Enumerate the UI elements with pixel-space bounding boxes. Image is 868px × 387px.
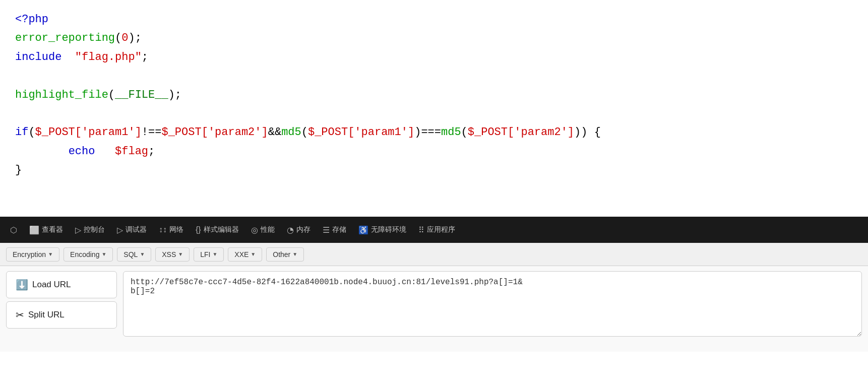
devtools-accessibility-label: 无障碍环境 (371, 225, 406, 234)
bottom-panel: ⬇️ Load URL ✂ Split URL (0, 266, 868, 352)
other-label: Other (273, 250, 290, 259)
devtools-memory[interactable]: ◔ 内存 (282, 222, 316, 238)
encryption-arrow: ▼ (48, 251, 53, 257)
sql-arrow: ▼ (140, 251, 145, 257)
url-textarea-container (123, 271, 862, 347)
xxe-arrow: ▼ (251, 251, 256, 257)
xss-arrow: ▼ (178, 251, 183, 257)
action-buttons: ⬇️ Load URL ✂ Split URL (6, 271, 117, 347)
devtools-inspector[interactable]: ⬜ 查看器 (24, 222, 68, 238)
cursor-icon: ⬡ (10, 225, 17, 235)
encryption-button[interactable]: Encryption ▼ (6, 247, 59, 262)
xxe-label: XXE (234, 250, 249, 259)
lfi-label: LFI (200, 250, 210, 259)
split-url-icon: ✂ (16, 309, 24, 321)
sql-label: SQL (123, 250, 138, 259)
devtools-cursor[interactable]: ⬡ (5, 222, 22, 238)
devtools-style-editor[interactable]: {} 样式编辑器 (191, 222, 244, 237)
storage-icon: ☰ (323, 225, 330, 235)
split-url-button[interactable]: ✂ Split URL (6, 301, 117, 329)
devtools-applications-label: 应用程序 (427, 225, 455, 234)
memory-icon: ◔ (287, 225, 294, 235)
devtools-console-label: 控制台 (84, 225, 105, 234)
code-display: <?php error_reporting(0); include "flag.… (0, 0, 868, 217)
devtools-storage[interactable]: ☰ 存储 (318, 222, 351, 238)
applications-icon: ⠿ (418, 225, 424, 235)
devtools-accessibility[interactable]: ♿ 无障碍环境 (353, 222, 411, 238)
console-icon: ▷ (75, 225, 81, 235)
code-line-2: error_reporting(0); (15, 29, 853, 47)
code-line-7: if($_POST['param1']!==$_POST['param2']&&… (15, 123, 853, 142)
code-line-1: <?php (15, 10, 853, 29)
devtools-network-label: 网络 (169, 225, 183, 234)
devtools-debugger[interactable]: ▷ 调试器 (112, 222, 152, 238)
sql-button[interactable]: SQL ▼ (117, 247, 151, 262)
inspector-icon: ⬜ (29, 225, 39, 235)
devtools-storage-label: 存储 (332, 225, 346, 234)
toolbar: Encryption ▼ Encoding ▼ SQL ▼ XSS ▼ LFI … (0, 243, 868, 266)
devtools-debugger-label: 调试器 (126, 225, 147, 234)
devtools-memory-label: 内存 (296, 225, 311, 234)
style-editor-icon: {} (196, 225, 201, 234)
other-button[interactable]: Other ▼ (266, 247, 304, 262)
load-url-icon: ⬇️ (16, 279, 28, 291)
devtools-style-editor-label: 样式编辑器 (204, 225, 239, 234)
devtools-performance-label: 性能 (261, 225, 275, 234)
encryption-label: Encryption (13, 250, 46, 259)
devtools-performance[interactable]: ◎ 性能 (246, 222, 280, 238)
code-line-9: } (15, 161, 853, 179)
encoding-label: Encoding (70, 250, 99, 259)
code-line-blank2 (15, 104, 853, 123)
network-icon: ↕↕ (159, 225, 167, 234)
encoding-button[interactable]: Encoding ▼ (64, 247, 113, 262)
encoding-arrow: ▼ (101, 251, 106, 257)
debugger-icon: ▷ (117, 225, 123, 235)
accessibility-icon: ♿ (358, 225, 368, 235)
devtools-applications[interactable]: ⠿ 应用程序 (413, 222, 460, 238)
performance-icon: ◎ (251, 225, 258, 235)
lfi-arrow: ▼ (212, 251, 217, 257)
devtools-network[interactable]: ↕↕ 网络 (154, 222, 189, 237)
code-line-blank (15, 67, 853, 85)
code-line-8: echo $flag; (15, 142, 853, 161)
split-url-label: Split URL (28, 310, 65, 320)
code-line-3: include "flag.php"; (15, 48, 853, 67)
load-url-button[interactable]: ⬇️ Load URL (6, 271, 117, 298)
devtools-console[interactable]: ▷ 控制台 (70, 222, 110, 238)
xxe-button[interactable]: XXE ▼ (228, 247, 262, 262)
other-arrow: ▼ (292, 251, 297, 257)
devtools-inspector-label: 查看器 (42, 225, 63, 234)
load-url-label: Load URL (32, 280, 71, 290)
xss-button[interactable]: XSS ▼ (155, 247, 190, 262)
lfi-button[interactable]: LFI ▼ (194, 247, 224, 262)
xss-label: XSS (162, 250, 176, 259)
devtools-bar: ⬡ ⬜ 查看器 ▷ 控制台 ▷ 调试器 ↕↕ 网络 {} 样式编辑器 ◎ 性能 … (0, 217, 868, 243)
url-input[interactable] (123, 271, 862, 337)
code-line-5: highlight_file(__FILE__); (15, 86, 853, 104)
